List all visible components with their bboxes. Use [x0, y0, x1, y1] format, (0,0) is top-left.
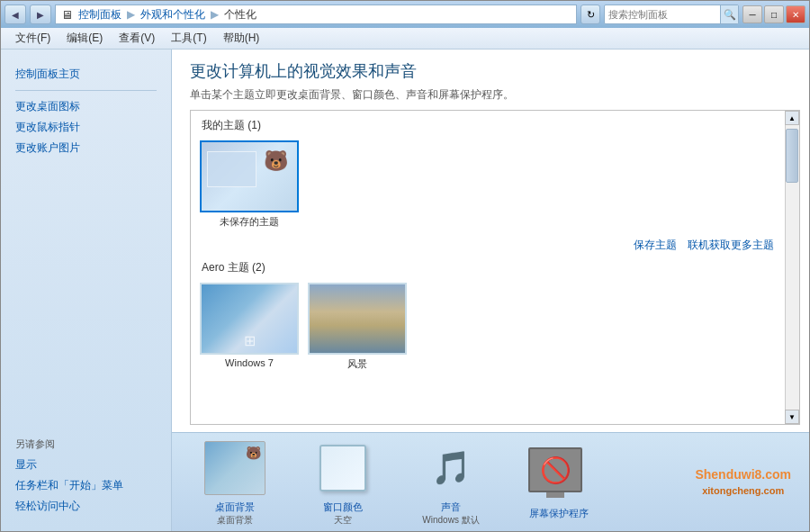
sidebar-also-see-title: 另请参阅 [15, 437, 157, 451]
aero-thumb-1-bg [202, 284, 297, 353]
sound-icon: 🎵 [431, 449, 472, 487]
window-color-item[interactable]: 窗口颜色 天空 [298, 437, 388, 527]
theme-content: 我的主题 (1) 🐻 未保存的主题 [191, 111, 799, 424]
menu-bar: 文件(F) 编辑(E) 查看(V) 工具(T) 帮助(H) [1, 28, 809, 50]
sidebar-link-account[interactable]: 更改账户图片 [15, 138, 157, 158]
no-sign-icon: 🚫 [540, 455, 572, 485]
watermark-line2: xitongcheng.com [695, 484, 791, 498]
sound-icon-wrap: 🎵 [418, 437, 483, 499]
aero-thumb-2-inner [310, 284, 405, 353]
sound-name[interactable]: 声音 [441, 500, 461, 514]
maximize-button[interactable]: □ [764, 5, 784, 23]
path-part-3: 个性化 [224, 7, 256, 23]
unsaved-theme[interactable]: 🐻 未保存的主题 [200, 140, 299, 229]
menu-help[interactable]: 帮助(H) [216, 29, 267, 48]
scrollbar-track: ▲ ▼ [785, 111, 799, 424]
path-part-2[interactable]: 外观和个性化 [140, 7, 205, 23]
main-area: 控制面板主页 更改桌面图标 更改鼠标指针 更改账户图片 另请参阅 显示 任务栏和… [1, 50, 809, 531]
watermark-line1: Shenduwi8.com [695, 466, 791, 484]
search-box: 🔍 [604, 5, 739, 24]
aero-theme-2-preview [308, 283, 407, 355]
sidebar: 控制面板主页 更改桌面图标 更改鼠标指针 更改账户图片 另请参阅 显示 任务栏和… [1, 50, 172, 531]
content-header: 更改计算机上的视觉效果和声音 单击某个主题立即更改桌面背景、窗口颜色、声音和屏幕… [172, 50, 809, 110]
bear-icon: 🐻 [264, 149, 288, 173]
aero-theme-1[interactable]: Windows 7 [200, 283, 299, 371]
sidebar-divider-1 [15, 90, 157, 91]
unsaved-thumb-bg: 🐻 [202, 142, 297, 211]
my-themes-grid: 🐻 未保存的主题 [200, 140, 778, 229]
scrollbar-up-button[interactable]: ▲ [785, 111, 799, 125]
sidebar-link-accessibility[interactable]: 轻松访问中心 [15, 496, 157, 517]
aero-themes-grid: Windows 7 风景 [200, 283, 778, 371]
sound-sub: Windows 默认 [422, 514, 479, 527]
sidebar-link-taskbar[interactable]: 任务栏和「开始」菜单 [15, 475, 157, 496]
minimize-button[interactable]: ─ [742, 5, 762, 23]
small-window-preview [207, 151, 256, 187]
save-theme-link[interactable]: 保存主题 [634, 238, 677, 253]
aero-theme-1-preview [200, 283, 299, 355]
scrollbar-thumb[interactable] [786, 129, 798, 183]
sidebar-link-mouse[interactable]: 更改鼠标指针 [15, 117, 157, 138]
sidebar-main-section: 控制面板主页 更改桌面图标 更改鼠标指针 更改账户图片 [1, 59, 171, 164]
screensaver-monitor: 🚫 [528, 447, 582, 492]
content-description: 单击某个主题立即更改桌面背景、窗口颜色、声音和屏幕保护程序。 [190, 87, 791, 103]
desktop-bg-icon-wrap: 🐻 [202, 437, 267, 499]
scrollbar-down-button[interactable]: ▼ [785, 410, 799, 424]
desktop-bg-item[interactable]: 🐻 桌面背景 桌面背景 [190, 437, 280, 527]
screensaver-name[interactable]: 屏幕保护程序 [529, 507, 589, 520]
content-title: 更改计算机上的视觉效果和声音 [190, 60, 791, 82]
aero-themes-label: Aero 主题 (2) [200, 260, 778, 275]
my-themes-label: 我的主题 (1) [200, 118, 778, 133]
sidebar-also-see-section: 另请参阅 显示 任务栏和「开始」菜单 轻松访问中心 [1, 423, 171, 522]
bottom-bar: 🐻 桌面背景 桌面背景 窗口颜色 天空 � [172, 432, 809, 531]
window-controls: ─ □ ✕ [742, 5, 806, 23]
forward-button[interactable]: ▶ [30, 5, 51, 24]
aero-theme-1-label: Windows 7 [225, 357, 274, 368]
sidebar-link-home[interactable]: 控制面板主页 [15, 64, 157, 85]
menu-file[interactable]: 文件(F) [8, 29, 58, 48]
path-icon: 🖥 [61, 8, 73, 22]
aero-theme-2-label: 风景 [347, 357, 367, 371]
title-bar: ◀ ▶ 🖥 控制面板 ▶ 外观和个性化 ▶ 个性化 ↻ 🔍 ─ □ ✕ [1, 1, 809, 28]
desktop-bg-icon: 🐻 [204, 441, 266, 495]
sidebar-link-desktop-icon[interactable]: 更改桌面图标 [15, 96, 157, 117]
back-button[interactable]: ◀ [4, 5, 26, 24]
menu-view[interactable]: 查看(V) [112, 29, 162, 48]
path-part-1[interactable]: 控制面板 [78, 7, 122, 23]
search-button[interactable]: 🔍 [720, 5, 738, 23]
sound-item[interactable]: 🎵 声音 Windows 默认 [406, 437, 496, 527]
screensaver-monitor-wrap: 🚫 [528, 447, 590, 501]
main-window: ◀ ▶ 🖥 控制面板 ▶ 外观和个性化 ▶ 个性化 ↻ 🔍 ─ □ ✕ 文件(F… [0, 0, 810, 532]
close-button[interactable]: ✕ [786, 5, 806, 23]
search-input[interactable] [605, 9, 720, 20]
unsaved-theme-label: 未保存的主题 [220, 215, 279, 229]
content-area: ? 更改计算机上的视觉效果和声音 单击某个主题立即更改桌面背景、窗口颜色、声音和… [172, 50, 809, 531]
window-color-name[interactable]: 窗口颜色 [323, 500, 363, 514]
desktop-bg-name[interactable]: 桌面背景 [215, 500, 255, 514]
save-theme-row: 保存主题 联机获取更多主题 [200, 238, 778, 253]
window-color-sub: 天空 [334, 514, 352, 527]
screensaver-item[interactable]: 🚫 屏幕保护程序 [514, 444, 604, 520]
watermark-area: Shenduwi8.com xitongcheng.com [695, 466, 791, 498]
aero-theme-2[interactable]: 风景 [308, 283, 407, 371]
window-color-icon [320, 445, 366, 491]
unsaved-theme-preview: 🐻 [200, 140, 299, 212]
desktop-bg-sub: 桌面背景 [217, 514, 253, 527]
bear-icon: 🐻 [246, 446, 261, 460]
address-bar: 🖥 控制面板 ▶ 外观和个性化 ▶ 个性化 [55, 5, 577, 24]
get-more-themes-link[interactable]: 联机获取更多主题 [688, 238, 774, 253]
screensaver-icon-wrap: 🚫 [526, 444, 591, 505]
menu-tools[interactable]: 工具(T) [164, 29, 213, 48]
window-color-icon-wrap [310, 437, 375, 499]
watermark: Shenduwi8.com xitongcheng.com [695, 466, 791, 498]
theme-scroll-area: 我的主题 (1) 🐻 未保存的主题 [190, 110, 800, 425]
refresh-button[interactable]: ↻ [580, 5, 600, 24]
sidebar-link-display[interactable]: 显示 [15, 455, 157, 475]
aero-thumb-2-bg [310, 284, 405, 353]
menu-edit[interactable]: 编辑(E) [59, 29, 110, 48]
